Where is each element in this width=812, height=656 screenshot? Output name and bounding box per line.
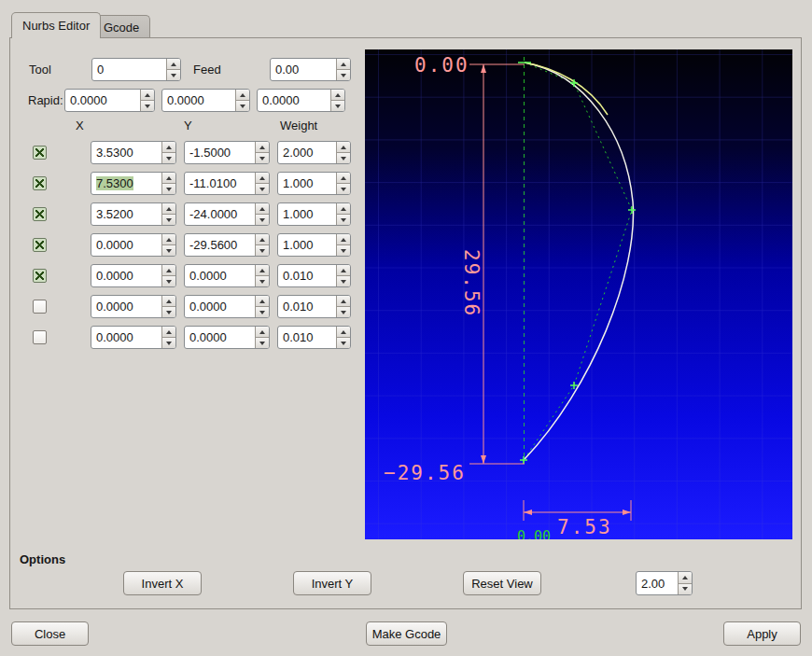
point-x-spinbox[interactable]: 3.5200	[91, 202, 176, 226]
spin-down-button[interactable]	[330, 100, 344, 111]
spin-up-button[interactable]	[255, 296, 269, 306]
spin-down-button[interactable]	[336, 214, 350, 225]
invert-y-button[interactable]: Invert Y	[293, 571, 371, 595]
invert-x-button[interactable]: Invert X	[123, 571, 202, 595]
spin-down-button[interactable]	[161, 337, 175, 348]
spin-up-button[interactable]	[336, 265, 350, 275]
point-enable-checkbox[interactable]	[33, 330, 47, 344]
point-enable-checkbox[interactable]	[33, 300, 47, 314]
spin-up-button[interactable]	[336, 327, 350, 337]
spin-up-button[interactable]	[255, 265, 269, 275]
point-x-spinbox[interactable]: 0.0000	[91, 295, 176, 318]
spin-up-button[interactable]	[161, 203, 175, 214]
spin-down-button[interactable]	[336, 183, 350, 194]
point-weight-spinbox[interactable]: 0.010	[277, 295, 351, 318]
spin-down-button[interactable]	[336, 69, 350, 80]
point-weight-spinbox[interactable]: 0.010	[277, 264, 351, 287]
spin-down-button[interactable]	[255, 244, 269, 256]
apply-button[interactable]: Apply	[723, 621, 801, 646]
point-enable-checkbox[interactable]	[33, 207, 47, 221]
spin-down-button[interactable]	[336, 306, 350, 317]
spin-up-button[interactable]	[255, 327, 269, 337]
spin-down-button[interactable]	[255, 275, 269, 286]
spin-up-button[interactable]	[161, 173, 175, 183]
point-enable-checkbox[interactable]	[33, 146, 47, 160]
spin-down-button[interactable]	[255, 337, 269, 348]
spin-up-button[interactable]	[161, 234, 175, 244]
spin-up-button[interactable]	[336, 296, 350, 306]
rapid-spinbox-2[interactable]: 0.0000	[161, 89, 250, 112]
spin-down-button[interactable]	[166, 69, 180, 80]
spin-up-button[interactable]	[161, 142, 175, 152]
point-y-spinbox[interactable]: -11.0100	[184, 172, 270, 195]
scale-spinbox[interactable]: 2.00	[636, 571, 693, 595]
spin-down-button[interactable]	[161, 183, 175, 194]
point-x-spinbox[interactable]: 7.5300	[91, 172, 176, 195]
spin-up-button[interactable]	[235, 90, 249, 100]
spin-down-button[interactable]	[161, 275, 175, 286]
preview-canvas[interactable]: 0.00 29.56 −29.56 7.53 0.00	[365, 49, 792, 539]
column-header-weight: Weight	[280, 114, 317, 137]
point-weight-spinbox[interactable]: 0.010	[277, 326, 351, 349]
point-row: 3.5200 -24.0000 1.000	[10, 202, 365, 226]
spin-up-button[interactable]	[166, 59, 180, 69]
point-weight-spinbox[interactable]: 1.000	[277, 172, 351, 195]
spin-down-button[interactable]	[336, 275, 350, 286]
spin-up-button[interactable]	[255, 173, 269, 183]
point-y-spinbox[interactable]: -1.5000	[184, 141, 270, 164]
spin-up-button[interactable]	[255, 203, 269, 214]
point-y-spinbox[interactable]: -29.5600	[184, 233, 270, 257]
spin-down-button[interactable]	[161, 152, 175, 163]
point-y-spinbox[interactable]: 0.0000	[184, 326, 270, 349]
spin-down-button[interactable]	[255, 183, 269, 194]
point-x-spinbox[interactable]: 0.0000	[91, 326, 176, 349]
feed-spinbox[interactable]: 0.00	[270, 58, 351, 81]
point-y-spinbox[interactable]: 0.0000	[184, 264, 270, 287]
spin-up-button[interactable]	[161, 296, 175, 306]
close-button[interactable]: Close	[11, 621, 89, 646]
point-x-spinbox[interactable]: 0.0000	[91, 264, 176, 287]
spin-up-button[interactable]	[336, 173, 350, 183]
spin-down-button[interactable]	[255, 306, 269, 317]
tab-gcode[interactable]: Gcode	[92, 15, 150, 38]
point-y-spinbox[interactable]: 0.0000	[184, 295, 270, 318]
make-gcode-button[interactable]: Make Gcode	[366, 621, 447, 646]
spin-steppers	[161, 234, 175, 256]
rapid-spinbox-3[interactable]: 0.0000	[257, 89, 345, 112]
point-x-spinbox[interactable]: 3.5300	[91, 141, 176, 164]
spin-up-button[interactable]	[336, 142, 350, 152]
point-enable-checkbox[interactable]	[33, 269, 47, 283]
point-weight-spinbox[interactable]: 1.000	[277, 202, 351, 226]
spin-down-button[interactable]	[161, 244, 175, 256]
spin-down-button[interactable]	[336, 244, 350, 256]
spin-up-button[interactable]	[255, 234, 269, 244]
spin-down-button[interactable]	[140, 100, 154, 111]
point-enable-checkbox[interactable]	[33, 238, 47, 252]
rapid-spinbox-1[interactable]: 0.0000	[64, 89, 155, 112]
spin-up-button[interactable]	[140, 90, 154, 100]
spin-up-button[interactable]	[161, 327, 175, 337]
point-weight-spinbox[interactable]: 1.000	[277, 233, 351, 257]
spin-up-button[interactable]	[678, 572, 692, 583]
reset-view-button[interactable]: Reset View	[463, 571, 541, 595]
spin-down-button[interactable]	[235, 100, 249, 111]
point-weight-spinbox[interactable]: 2.000	[277, 141, 351, 164]
point-x-spinbox[interactable]: 0.0000	[91, 233, 176, 257]
spin-down-button[interactable]	[255, 152, 269, 163]
spin-up-button[interactable]	[161, 265, 175, 275]
point-y-spinbox[interactable]: -24.0000	[184, 202, 270, 226]
spin-down-button[interactable]	[255, 214, 269, 225]
point-enable-checkbox[interactable]	[33, 176, 47, 190]
spin-up-button[interactable]	[255, 142, 269, 152]
spin-down-button[interactable]	[161, 306, 175, 317]
spin-up-button[interactable]	[336, 234, 350, 244]
spin-down-button[interactable]	[336, 152, 350, 163]
spin-down-button[interactable]	[161, 214, 175, 225]
tab-nurbs-editor[interactable]: Nurbs Editor	[11, 12, 101, 38]
spin-up-button[interactable]	[336, 59, 350, 69]
tool-spinbox[interactable]: 0	[91, 58, 181, 81]
spin-up-button[interactable]	[336, 203, 350, 214]
spin-down-button[interactable]	[336, 337, 350, 348]
spin-down-button[interactable]	[678, 583, 692, 595]
spin-up-button[interactable]	[330, 90, 344, 100]
